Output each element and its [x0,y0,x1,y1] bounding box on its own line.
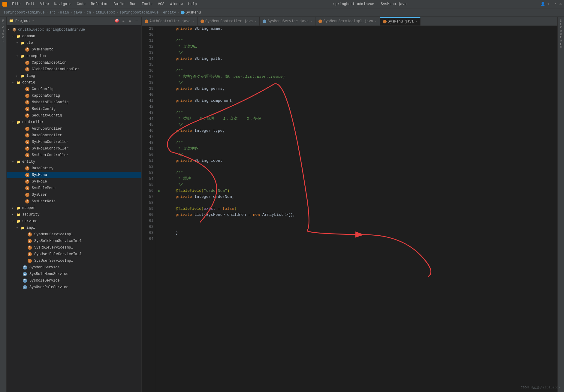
tab-sysmenuservice[interactable]: SysMenuService.java ✕ [260,17,315,26]
list-item[interactable]: ▸ C SysUserRole [7,198,141,205]
tree-root[interactable]: ▾ 📦 cn.itbluebox.springbootadminvue [7,26,141,33]
code-line: */ [166,182,553,188]
code-line: private String icon; [166,158,553,164]
menu-window[interactable]: Window [167,2,185,7]
list-item[interactable]: ▾ 📁 exception [7,53,141,59]
locate-icon[interactable]: 🎯 [114,19,119,23]
list-item[interactable]: ▸ C GlobalExceptionHandler [7,66,141,73]
list-item[interactable]: ▸ C SysMenuController [7,139,141,145]
menu-navigate[interactable]: Navigate [52,2,74,7]
list-item-sysmenu[interactable]: ▸ C SysMenu [7,172,141,178]
list-item[interactable]: ▾ 📁 common [7,33,141,40]
menu-bar[interactable]: File Edit View Navigate Code Refactor Bu… [10,2,199,7]
code-lines: private String name; /** * 菜单URL */ priv… [161,26,557,392]
list-item[interactable]: ▸ C BaseEntity [7,165,141,172]
project-header: 📁 Project ▾ 🎯 ≡ ⚙ — [7,17,141,25]
list-item[interactable]: ▸ C AuthController [7,125,141,132]
list-item[interactable]: ▸ C CorsConfig [7,86,141,92]
menu-edit[interactable]: Edit [24,2,37,7]
tabs-bar: AuthController.java ✕ SysMenuController.… [142,17,557,26]
menu-refactor[interactable]: Refactor [89,2,111,7]
structure-tab[interactable]: Structure [560,19,562,49]
list-item[interactable]: ▸ 📁 lang [7,73,141,79]
list-item[interactable]: ▾ 📁 config [7,79,141,86]
menu-help[interactable]: Help [186,2,199,7]
list-item[interactable]: ▸ C RedisConfig [7,106,141,112]
menu-code[interactable]: Code [74,2,88,7]
close-panel-icon[interactable]: — [134,19,139,23]
list-item[interactable]: ▸ C SysRoleController [7,145,141,152]
list-item[interactable]: ▸ C CaptchaException [7,59,141,66]
code-line: /** [166,140,553,146]
list-item[interactable]: ▸ C SysMenuServiceImpl [7,231,141,238]
tab-sysmenu[interactable]: SysMenu.java ✕ [380,17,421,26]
list-item[interactable]: ▸ C SysUserServiceImpl [7,258,141,264]
project-title: 📁 Project ▾ [9,19,34,23]
code-line [166,32,553,38]
tab-sysmenucontroller[interactable]: SysMenuController.java ✕ [198,17,260,26]
list-item[interactable]: ▸ C SysRoleMenu [7,185,141,191]
list-item[interactable]: ▸ I SysUserRoleService [7,284,141,291]
code-line [166,218,553,224]
collapse-icon[interactable]: ≡ [121,19,126,23]
tab-authcontroller[interactable]: AuthController.java ✕ [142,17,198,26]
code-line [166,62,553,68]
code-line: /** [166,68,553,74]
project-tree: ▾ 📦 cn.itbluebox.springbootadminvue ▾ 📁 … [7,25,141,392]
code-line: * 排序 [166,176,553,182]
list-item[interactable]: ▾ 📁 service [7,218,141,225]
code-line [166,134,553,140]
menu-file[interactable]: File [10,2,23,7]
code-line: private String name; [166,26,553,32]
code-line [166,224,553,230]
right-sidebar-strip: Structure [557,17,564,392]
editor-area: AuthController.java ✕ SysMenuController.… [142,17,557,392]
menu-view[interactable]: View [38,2,51,7]
code-line [166,104,553,110]
code-line: @TableField("orderNum") [166,188,553,194]
list-item[interactable]: ▸ I SysMenuService [7,264,141,271]
list-item[interactable]: ▸ 📁 mapper [7,205,141,211]
menu-vcs[interactable]: VCS [155,2,167,7]
code-line: * 类型 0：目录 1：菜单 2：按钮 [166,116,553,122]
list-item[interactable]: ▸ C SecurityConfig [7,112,141,119]
code-line: */ [166,50,553,56]
code-line: private String component; [166,98,553,104]
code-line: private Integer orderNum; [166,194,553,200]
code-line: } [166,230,553,236]
code-line: */ [166,80,553,86]
code-line: private Integer type; [166,128,553,134]
line-numbers: 2930313233 3435363738 3940414243 4445464… [142,26,156,392]
list-item[interactable]: ▸ C BaseController [7,132,141,139]
tab-sysmenuserviceimpl[interactable]: SysMenuServiceImpl.java ✕ [315,17,380,26]
project-tab[interactable]: Project [2,19,4,42]
settings-icon[interactable]: ⚙ [128,19,132,23]
project-header-icons[interactable]: 🎯 ≡ ⚙ — [114,19,139,23]
gutter: ◉ [156,26,161,392]
list-item[interactable]: ▾ 📁 entity [7,158,141,165]
list-item[interactable]: ▸ C SysUserController [7,152,141,158]
menu-tools[interactable]: Tools [139,2,155,7]
list-item[interactable]: ▸ C SysRoleMenuServiceImpl [7,238,141,244]
list-item[interactable]: ▸ C SysUserRoleServiceImpl [7,251,141,258]
code-line: private String path; [166,56,553,62]
list-item[interactable]: ▸ C SysUser [7,191,141,198]
code-line: /** [166,170,553,176]
list-item[interactable]: ▸ I SysRoleService [7,277,141,284]
list-item[interactable]: ▾ 📁 impl [7,225,141,231]
menu-run[interactable]: Run [127,2,139,7]
menu-build[interactable]: Build [111,2,127,7]
code-editor[interactable]: 2930313233 3435363738 3940414243 4445464… [142,26,557,392]
code-content: 2930313233 3435363738 3940414243 4445464… [142,26,557,392]
list-item[interactable]: ▸ 📁 security [7,211,141,218]
list-item[interactable]: ▾ 📁 controller [7,119,141,125]
list-item[interactable]: ▸ C MybatisPlusConfig [7,99,141,106]
code-line: * 菜单URL [166,44,553,50]
list-item[interactable]: ▾ 📁 dto [7,40,141,46]
list-item[interactable]: ▸ C SysRole [7,178,141,185]
list-item[interactable]: ▸ C SysRoleServiceImpl [7,244,141,251]
code-line [166,236,553,242]
list-item[interactable]: ▸ C SysMenuDto [7,46,141,53]
list-item[interactable]: ▸ C KaptchaConfig [7,92,141,99]
list-item[interactable]: ▸ I SysRoleMenuService [7,271,141,277]
